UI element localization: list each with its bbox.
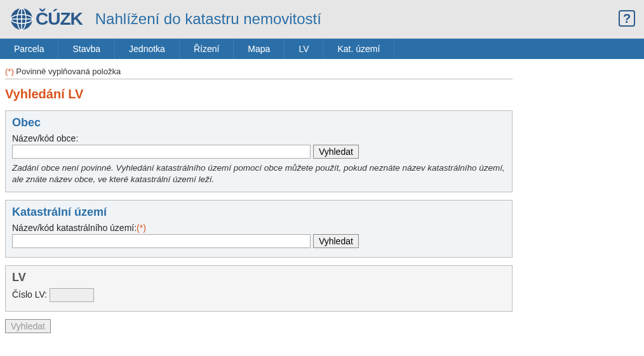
- nav-stavba[interactable]: Stavba: [58, 39, 115, 59]
- ku-label: Název/kód katastrálního území:: [12, 223, 137, 233]
- panel-obec-title: Obec: [12, 116, 506, 129]
- panel-obec: Obec Název/kód obce: Vyhledat Zadání obc…: [5, 110, 513, 192]
- logo-text: ČÚZK: [36, 9, 83, 29]
- obec-search-button[interactable]: Vyhledat: [313, 145, 359, 159]
- obec-input[interactable]: [12, 145, 311, 159]
- app-title: Nahlížení do katastru nemovitostí: [95, 10, 321, 28]
- ku-required: (*): [137, 223, 146, 233]
- obec-label: Název/kód obce:: [12, 133, 78, 143]
- obec-hint: Zadání obce není povinné. Vyhledání kata…: [12, 162, 506, 185]
- lv-label: Číslo LV:: [12, 289, 47, 300]
- panel-ku: Katastrální území Název/kód katastrálníh…: [5, 200, 513, 258]
- nav-jednotka[interactable]: Jednotka: [115, 39, 180, 59]
- logo[interactable]: ČÚZK: [9, 6, 83, 32]
- panel-lv-title: LV: [12, 271, 506, 284]
- panel-ku-title: Katastrální území: [12, 206, 506, 219]
- mandatory-text: Povinně vyplňovaná položka: [14, 67, 121, 76]
- mandatory-star: (*): [5, 67, 14, 76]
- nav-lv[interactable]: LV: [285, 39, 323, 59]
- app-header: ČÚZK Nahlížení do katastru nemovitostí ?: [0, 0, 644, 39]
- submit-button: Vyhledat: [5, 319, 51, 333]
- page-title: Vyhledání LV: [5, 87, 513, 102]
- nav-rizeni[interactable]: Řízení: [180, 39, 234, 59]
- lv-input: [50, 288, 94, 302]
- main-nav: Parcela Stavba Jednotka Řízení Mapa LV K…: [0, 39, 644, 59]
- ku-search-button[interactable]: Vyhledat: [313, 234, 359, 248]
- globe-icon: [9, 6, 34, 32]
- ku-input[interactable]: [12, 234, 311, 248]
- nav-kat-uzemi[interactable]: Kat. území: [323, 39, 394, 59]
- nav-parcela[interactable]: Parcela: [0, 39, 58, 59]
- nav-mapa[interactable]: Mapa: [234, 39, 285, 59]
- help-icon[interactable]: ?: [619, 10, 635, 27]
- svg-text:?: ?: [623, 11, 631, 25]
- mandatory-note: (*) Povinně vyplňovaná položka: [5, 64, 513, 79]
- panel-lv: LV Číslo LV:: [5, 265, 513, 312]
